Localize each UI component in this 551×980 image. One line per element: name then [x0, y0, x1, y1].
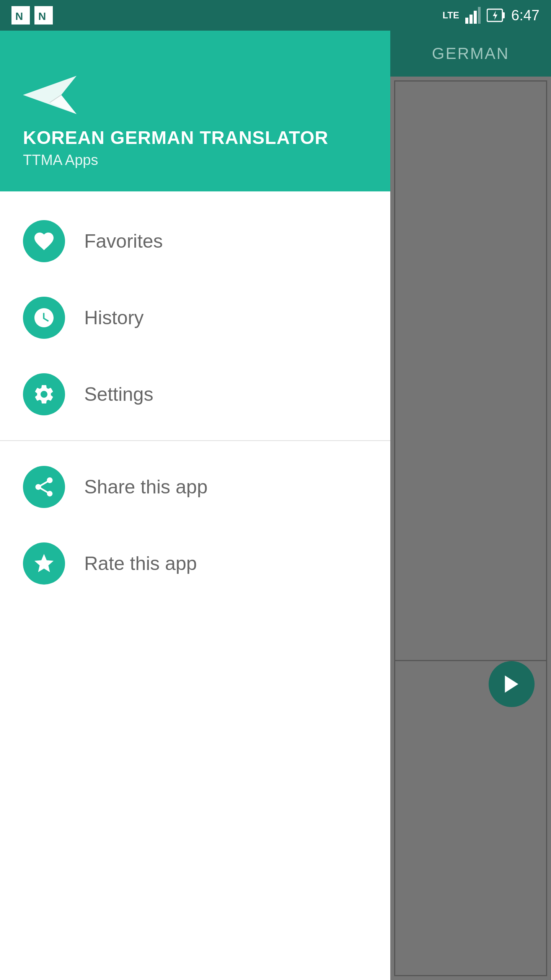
menu-divider [0, 440, 390, 441]
favorites-icon-circle [23, 220, 65, 262]
lte-icon: LTE [442, 10, 459, 21]
svg-marker-10 [493, 11, 497, 20]
main-container: KOREAN GERMAN TRANSLATOR TTMA Apps Favor… [0, 31, 551, 980]
share-icon-circle [23, 466, 65, 508]
app-logo [23, 76, 367, 116]
history-icon-circle [23, 297, 65, 339]
status-bar: N N LTE 6:47 [0, 0, 551, 31]
favorites-label: Favorites [84, 230, 163, 252]
menu-item-favorites[interactable]: Favorites [0, 203, 390, 279]
svg-rect-4 [465, 18, 468, 24]
svg-rect-5 [469, 15, 473, 24]
status-right-icons: LTE 6:47 [442, 7, 540, 24]
app-panel: GERMAN [390, 31, 551, 980]
german-label: GERMAN [432, 44, 509, 63]
status-left-icons: N N [11, 6, 53, 24]
logo-icon [23, 76, 80, 114]
svg-text:N: N [38, 10, 46, 22]
translate-arrow-icon [500, 673, 523, 696]
svg-rect-6 [474, 11, 477, 24]
history-label: History [84, 307, 144, 329]
status-time: 6:47 [511, 7, 540, 24]
rate-icon-circle [23, 542, 65, 585]
settings-icon-circle [23, 373, 65, 415]
drawer-header: KOREAN GERMAN TRANSLATOR TTMA Apps [0, 31, 390, 191]
drawer-menu: Favorites History Settings [0, 191, 390, 613]
menu-item-rate[interactable]: Rate this app [0, 525, 390, 602]
share-label: Share this app [84, 476, 207, 498]
settings-label: Settings [84, 383, 153, 405]
rate-label: Rate this app [84, 552, 197, 575]
menu-item-history[interactable]: History [0, 279, 390, 356]
app-header: GERMAN [390, 31, 551, 77]
notification-icon-2: N [34, 6, 53, 24]
heart-icon [33, 230, 55, 253]
battery-icon [487, 7, 505, 24]
clock-icon [33, 306, 55, 329]
app-subtitle: TTMA Apps [23, 152, 367, 168]
navigation-drawer: KOREAN GERMAN TRANSLATOR TTMA Apps Favor… [0, 31, 390, 980]
svg-text:N: N [15, 10, 23, 22]
translate-button[interactable] [489, 661, 535, 707]
svg-rect-9 [502, 12, 505, 18]
share-icon [33, 475, 55, 498]
svg-marker-14 [505, 676, 518, 693]
app-title: KOREAN GERMAN TRANSLATOR [23, 127, 367, 148]
svg-rect-7 [478, 7, 481, 24]
gear-icon [33, 383, 55, 406]
signal-icon [465, 7, 481, 24]
menu-item-share[interactable]: Share this app [0, 449, 390, 525]
menu-item-settings[interactable]: Settings [0, 356, 390, 433]
notification-icon-1: N [11, 6, 30, 24]
star-icon [33, 552, 55, 575]
content-divider [395, 660, 546, 661]
app-content [394, 80, 547, 976]
